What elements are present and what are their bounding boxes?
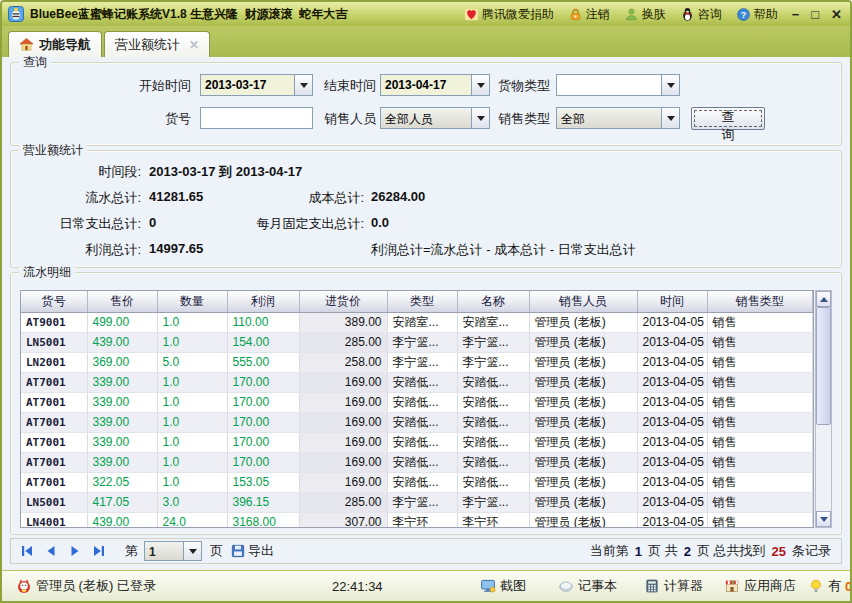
table-cell: 339.00 <box>87 412 157 432</box>
table-cell: 555.00 <box>227 352 299 372</box>
chevron-down-icon[interactable] <box>471 108 489 128</box>
chevron-down-icon[interactable] <box>471 75 489 95</box>
help-button[interactable]: ? 帮助 <box>736 6 778 23</box>
window-controls: − □ ✕ <box>792 8 842 21</box>
chevron-down-icon[interactable] <box>183 542 201 560</box>
table-cell: 153.05 <box>227 472 299 492</box>
table-cell: 2013-04-05 <box>637 432 707 452</box>
col-time[interactable]: 时间 <box>637 291 707 312</box>
end-time-combobox[interactable]: 2013-04-17 <box>380 74 490 96</box>
goods-type-label: 货物类型 <box>498 77 550 95</box>
table-row[interactable]: AT7001322.051.0153.05169.00安踏低...安踏低...管… <box>21 472 813 492</box>
table-cell: 169.00 <box>299 472 387 492</box>
table-row[interactable]: LN5001439.001.0154.00285.00李宁篮...李宁篮...管… <box>21 332 813 352</box>
skin-button[interactable]: 换肤 <box>624 6 666 23</box>
col-item-no[interactable]: 货号 <box>21 291 87 312</box>
prev-page-button[interactable] <box>43 543 59 559</box>
monthly-expense-label: 每月固定支出总计: <box>256 215 364 233</box>
stats-groupbox: 营业额统计 时间段: 2013-03-17 到 2013-04-17 流水总计:… <box>10 150 842 268</box>
page-prefix-label: 第 <box>125 542 138 560</box>
notepad-tool[interactable]: 记事本 <box>558 571 617 601</box>
last-page-button[interactable] <box>91 543 107 559</box>
table-row[interactable]: AT7001339.001.0170.00169.00安踏低...安踏低...管… <box>21 372 813 392</box>
col-quantity[interactable]: 数量 <box>157 291 227 312</box>
close-button[interactable]: ✕ <box>831 8 842 21</box>
scrollbar-thumb[interactable] <box>816 307 831 425</box>
minimize-button[interactable]: − <box>792 8 800 21</box>
table-row[interactable]: AT9001499.001.0110.00389.00安踏室...安踏室...管… <box>21 312 813 332</box>
table-cell: 安踏低... <box>387 432 457 452</box>
table-cell: 307.00 <box>299 512 387 528</box>
query-group-title: 查询 <box>19 55 51 70</box>
lightbulb-icon <box>808 578 824 594</box>
app-icon <box>8 6 24 22</box>
clock-time: 22:41:34 <box>332 571 383 601</box>
col-profit[interactable]: 利润 <box>227 291 299 312</box>
table-cell: LN5001 <box>21 332 87 352</box>
col-purchase-price[interactable]: 进货价 <box>299 291 387 312</box>
col-salesperson[interactable]: 销售人员 <box>529 291 637 312</box>
new-messages-status[interactable]: 有0条新消息 <box>808 571 852 601</box>
scroll-down-icon[interactable] <box>816 511 831 527</box>
start-time-combobox[interactable]: 2013-03-17 <box>200 74 313 96</box>
table-row[interactable]: LN4001439.0024.03168.00307.00李宁环李宁环管理员 (… <box>21 512 813 528</box>
table-cell: 339.00 <box>87 432 157 452</box>
logout-button[interactable]: 注销 <box>568 6 610 23</box>
donate-button[interactable]: 腾讯微爱捐助 <box>464 6 554 23</box>
goods-type-combobox[interactable] <box>556 74 680 96</box>
next-page-button[interactable] <box>67 543 83 559</box>
table-row[interactable]: AT7001339.001.0170.00169.00安踏低...安踏低...管… <box>21 412 813 432</box>
salesperson-combobox[interactable]: 全部人员 <box>380 107 490 129</box>
table-cell: 2013-04-05 <box>637 312 707 332</box>
table-cell: 李宁篮... <box>387 352 457 372</box>
tab-revenue-stats[interactable]: 营业额统计 ✕ <box>104 31 210 57</box>
table-row[interactable]: AT7001339.001.0170.00169.00安踏低...安踏低...管… <box>21 392 813 412</box>
table-cell: AT9001 <box>21 312 87 332</box>
col-sell-price[interactable]: 售价 <box>87 291 157 312</box>
table-row[interactable]: AT7001339.001.0170.00169.00安踏低...安踏低...管… <box>21 452 813 472</box>
table-cell: 管理员 (老板) <box>529 472 637 492</box>
search-button[interactable]: 查 询 <box>691 107 765 130</box>
table-cell: 销售 <box>707 472 813 492</box>
first-page-button[interactable] <box>19 543 35 559</box>
main-content: 查询 开始时间 2013-03-17 结束时间 2013-04-17 货物类型 … <box>2 57 850 570</box>
table-cell: 3168.00 <box>227 512 299 528</box>
stats-group-title: 营业额统计 <box>19 143 87 158</box>
scrollbar-track[interactable] <box>816 307 831 511</box>
table-cell: 李宁篮... <box>457 492 529 512</box>
table-cell: 499.00 <box>87 312 157 332</box>
storefront-icon <box>724 578 740 594</box>
screenshot-tool[interactable]: 截图 <box>480 571 526 601</box>
app-store-tool[interactable]: 应用商店 <box>724 571 796 601</box>
table-cell: 安踏低... <box>457 392 529 412</box>
table-cell: 339.00 <box>87 392 157 412</box>
table-cell: AT7001 <box>21 392 87 412</box>
table-row[interactable]: AT7001339.001.0170.00169.00安踏低...安踏低...管… <box>21 432 813 452</box>
tab-function-nav[interactable]: 功能导航 <box>8 31 102 57</box>
col-type[interactable]: 类型 <box>387 291 457 312</box>
table-row[interactable]: LN5001417.053.0396.15285.00李宁篮...李宁篮...管… <box>21 492 813 512</box>
page-number-combobox[interactable]: 1 <box>144 541 202 561</box>
item-no-input[interactable] <box>200 107 313 129</box>
table-cell: 销售 <box>707 312 813 332</box>
query-groupbox: 查询 开始时间 2013-03-17 结束时间 2013-04-17 货物类型 … <box>10 62 842 146</box>
export-button[interactable]: 导出 <box>231 542 274 560</box>
scroll-up-icon[interactable] <box>816 291 831 307</box>
chevron-down-icon[interactable] <box>661 75 679 95</box>
chevron-down-icon[interactable] <box>294 75 312 95</box>
chevron-down-icon[interactable] <box>661 108 679 128</box>
sale-type-combobox[interactable]: 全部 <box>556 107 680 129</box>
flow-total-value: 41281.65 <box>149 189 203 204</box>
vertical-scrollbar[interactable] <box>815 290 832 528</box>
col-name[interactable]: 名称 <box>457 291 529 312</box>
calculator-tool[interactable]: 计算器 <box>644 571 703 601</box>
table-row[interactable]: LN2001369.005.0555.00258.00李宁篮...李宁篮...管… <box>21 352 813 372</box>
table-cell: 管理员 (老板) <box>529 352 637 372</box>
table-cell: 销售 <box>707 352 813 372</box>
maximize-button[interactable]: □ <box>811 8 819 21</box>
col-sale-type[interactable]: 销售类型 <box>707 291 813 312</box>
pagination-bar: 第 1 页 导出 当前第 1 页 共 2 页 总共找到 25 <box>10 538 842 564</box>
tab-close-icon[interactable]: ✕ <box>189 38 199 52</box>
consult-button[interactable]: 咨询 <box>680 6 722 23</box>
table-cell: 管理员 (老板) <box>529 392 637 412</box>
